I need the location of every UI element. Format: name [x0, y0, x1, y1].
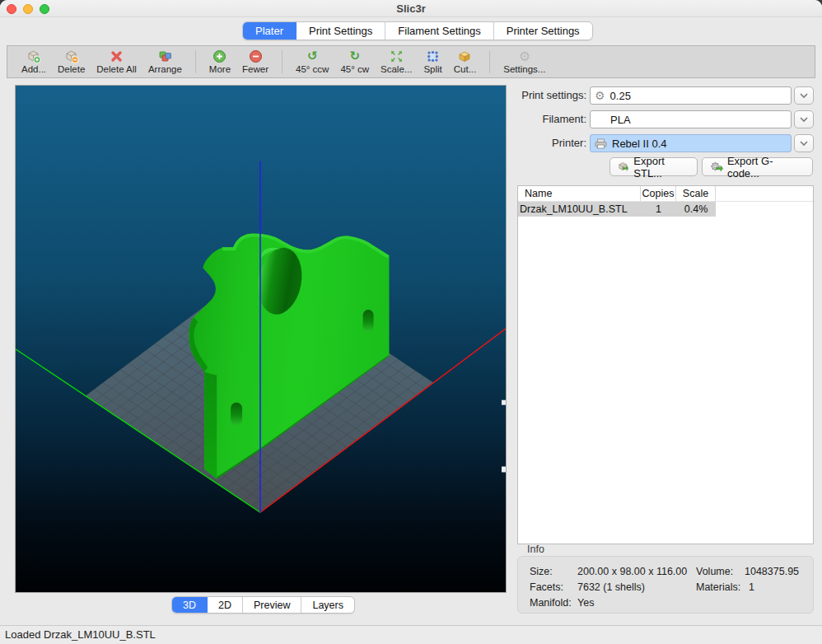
- printer-icon: [595, 138, 607, 149]
- info-panel: Size: 200.00 x 98.00 x 116.00 Volume: 10…: [517, 556, 814, 614]
- cut-button[interactable]: Cut...: [454, 47, 476, 77]
- printer-combo[interactable]: Rebel II 0.4: [590, 134, 792, 152]
- delete-button[interactable]: Delete: [58, 47, 85, 77]
- settings-button[interactable]: ⚙ Settings...: [503, 47, 545, 77]
- rotate-ccw-button[interactable]: ↺ 45° ccw: [296, 47, 329, 77]
- export-gcode-icon: [710, 161, 723, 173]
- chevron-down-icon: [799, 140, 809, 147]
- filament-combo[interactable]: PLA: [590, 110, 792, 128]
- rotate-ccw-icon: ↺: [307, 49, 318, 63]
- more-button[interactable]: More: [209, 47, 231, 77]
- export-gcode-button[interactable]: Export G-code...: [702, 157, 813, 176]
- export-stl-icon: [618, 161, 629, 173]
- window-title: Slic3r: [0, 2, 822, 15]
- size-label: Size:: [530, 566, 553, 577]
- printer-label: Printer:: [512, 134, 586, 152]
- manifold-label: Manifold:: [530, 597, 572, 609]
- tab-layers[interactable]: Layers: [301, 597, 354, 613]
- add-button[interactable]: Add...: [21, 47, 46, 77]
- size-value: 200.00 x 98.00 x 116.00: [577, 566, 687, 577]
- view-tab-bar: 3D 2D Preview Layers: [171, 596, 355, 614]
- scale-button[interactable]: Scale...: [381, 47, 412, 77]
- print-settings-dropdown-button[interactable]: [794, 86, 814, 105]
- model-slot-hole-lower: [231, 403, 242, 426]
- cell-copies: 1: [641, 202, 676, 217]
- cubes-icon: [157, 49, 172, 63]
- column-header-name: Name: [518, 186, 641, 201]
- tab-3d[interactable]: 3D: [172, 597, 208, 613]
- 3d-viewport[interactable]: [15, 85, 507, 593]
- model-left-face: [204, 372, 217, 479]
- tab-print-settings[interactable]: Print Settings: [297, 22, 385, 40]
- toolbar-separator: [195, 50, 196, 73]
- table-row[interactable]: Drzak_LM10UU_B.STL 1 0.4%: [518, 202, 716, 217]
- split-dots-icon: [426, 49, 440, 63]
- volume-value: 1048375.95: [745, 566, 799, 577]
- filament-dropdown-button[interactable]: [794, 110, 814, 128]
- tab-printer-settings[interactable]: Printer Settings: [494, 22, 592, 40]
- object-table-header: Name Copies Scale: [518, 186, 813, 202]
- red-x-icon: [110, 49, 124, 63]
- model-slot-hole-upper: [363, 310, 374, 332]
- filament-label: Filament:: [512, 110, 586, 128]
- manifold-value: Yes: [577, 597, 594, 609]
- column-header-copies: Copies: [641, 186, 676, 201]
- status-bar: Loaded Drzak_LM10UU_B.STL: [0, 625, 822, 644]
- toolbar: Add... Delete Delete All: [7, 45, 815, 78]
- export-stl-button[interactable]: Export STL...: [609, 157, 698, 176]
- cell-name: Drzak_LM10UU_B.STL: [518, 202, 641, 217]
- add-box-plus-icon: [26, 49, 41, 63]
- main-tab-bar: Plater Print Settings Filament Settings …: [242, 21, 593, 40]
- printer-dropdown-button[interactable]: [794, 134, 814, 152]
- cell-scale: 0.4%: [676, 202, 716, 217]
- rotate-cw-icon: ↻: [349, 49, 360, 63]
- print-settings-combo[interactable]: ⚙ 0.25: [590, 86, 792, 105]
- cut-box-icon: [457, 49, 472, 63]
- chevron-down-icon: [799, 92, 809, 99]
- toolbar-separator: [282, 50, 283, 73]
- materials-value: 1: [749, 581, 754, 593]
- tab-preview[interactable]: Preview: [243, 597, 301, 613]
- tab-2d[interactable]: 2D: [208, 597, 243, 613]
- delete-all-button[interactable]: Delete All: [96, 47, 137, 77]
- edge-marker: [502, 400, 506, 405]
- titlebar: Slic3r: [0, 0, 822, 17]
- fewer-button[interactable]: Fewer: [242, 47, 269, 77]
- gear-icon: ⚙: [519, 49, 530, 63]
- edge-marker: [502, 466, 506, 472]
- facets-label: Facets:: [530, 581, 563, 593]
- toolbar-separator: [489, 50, 490, 73]
- status-text: Loaded Drzak_LM10UU_B.STL: [5, 628, 156, 641]
- volume-label: Volume:: [696, 566, 733, 577]
- scale-arrows-icon: [390, 49, 404, 63]
- slic3r-window: Slic3r Plater Print Settings Filament Se…: [0, 0, 822, 644]
- rotate-cw-button[interactable]: ↻ 45° cw: [340, 47, 369, 77]
- column-header-scale: Scale: [676, 186, 716, 201]
- arrange-button[interactable]: Arrange: [148, 47, 182, 77]
- tab-filament-settings[interactable]: Filament Settings: [385, 22, 493, 40]
- delete-box-minus-icon: [64, 49, 79, 63]
- minus-circle-icon: [249, 49, 263, 63]
- facets-value: 7632 (1 shells): [577, 581, 645, 593]
- split-button[interactable]: Split: [423, 47, 441, 77]
- chevron-down-icon: [799, 116, 809, 123]
- tab-plater[interactable]: Plater: [243, 22, 297, 40]
- plus-circle-icon: [213, 49, 227, 63]
- info-panel-title: Info: [527, 544, 544, 555]
- print-settings-label: Print settings:: [512, 86, 586, 105]
- object-table: Name Copies Scale Drzak_LM10UU_B.STL 1 0…: [517, 185, 814, 544]
- materials-label: Materials:: [696, 581, 740, 593]
- gear-icon: ⚙: [595, 89, 605, 102]
